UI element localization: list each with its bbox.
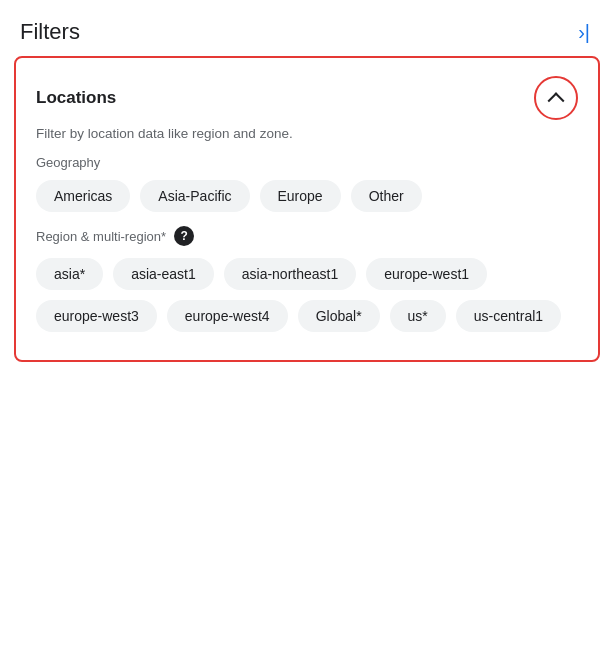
geography-label: Geography [36,155,578,170]
card-description: Filter by location data like region and … [36,126,578,141]
chip-other[interactable]: Other [351,180,422,212]
chip-asia-northeast1[interactable]: asia-northeast1 [224,258,357,290]
collapse-panel-button[interactable]: ›| [574,18,594,46]
chip-asia-star[interactable]: asia* [36,258,103,290]
help-icon[interactable]: ? [174,226,194,246]
page-title: Filters [20,19,80,45]
chip-americas[interactable]: Americas [36,180,130,212]
region-chips: asia* asia-east1 asia-northeast1 europe-… [36,258,578,332]
region-label-row: Region & multi-region* ? [36,226,578,246]
geography-chips: Americas Asia-Pacific Europe Other [36,180,578,212]
chip-europe-west1[interactable]: europe-west1 [366,258,487,290]
page-container: Filters ›| Locations Filter by location … [0,0,614,362]
collapse-card-button[interactable] [534,76,578,120]
region-label: Region & multi-region* [36,229,166,244]
region-section: Region & multi-region* ? asia* asia-east… [36,226,578,332]
chip-us-star[interactable]: us* [390,300,446,332]
chip-europe-west3[interactable]: europe-west3 [36,300,157,332]
card-title: Locations [36,88,116,108]
chip-europe[interactable]: Europe [260,180,341,212]
chip-asia-east1[interactable]: asia-east1 [113,258,214,290]
chip-asia-pacific[interactable]: Asia-Pacific [140,180,249,212]
chip-us-central1[interactable]: us-central1 [456,300,561,332]
page-header: Filters ›| [0,0,614,56]
chip-global-star[interactable]: Global* [298,300,380,332]
card-header: Locations [36,76,578,120]
chevron-up-icon [550,92,562,104]
collapse-panel-icon: ›| [578,22,590,42]
chip-europe-west4[interactable]: europe-west4 [167,300,288,332]
locations-filter-card: Locations Filter by location data like r… [14,56,600,362]
